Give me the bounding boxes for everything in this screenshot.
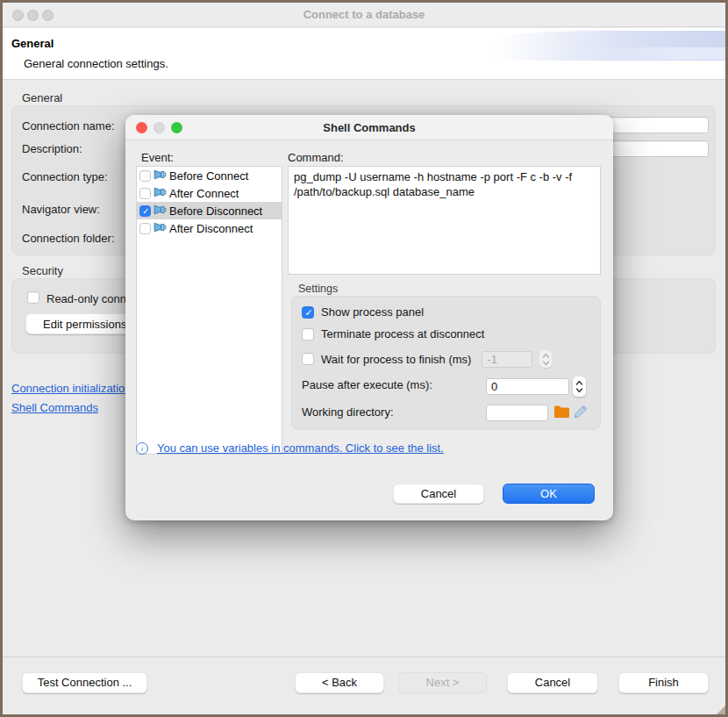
- event-row-label: After Disconnect: [169, 222, 253, 235]
- resize-grip[interactable]: [717, 706, 725, 714]
- megaphone-icon: [153, 204, 167, 219]
- connection-folder-label: Connection folder:: [22, 232, 115, 245]
- info-icon: i: [136, 442, 148, 455]
- pause-after-execute-label: Pause after execute (ms):: [302, 378, 432, 391]
- event-row-after-connect[interactable]: After Connect: [137, 184, 282, 202]
- shell-commands-link[interactable]: Shell Commands: [11, 401, 98, 414]
- event-checkbox[interactable]: [139, 223, 151, 234]
- event-checkbox[interactable]: [139, 188, 151, 199]
- event-row-label: After Connect: [169, 187, 239, 200]
- event-checkbox[interactable]: [139, 170, 151, 182]
- megaphone-icon: [153, 168, 167, 183]
- next-button: Next >: [398, 672, 487, 693]
- cancel-button[interactable]: Cancel: [507, 672, 598, 693]
- main-titlebar: Connect to a database: [3, 3, 725, 27]
- test-connection-button[interactable]: Test Connection ...: [22, 672, 147, 693]
- edit-path-icon[interactable]: [574, 404, 589, 421]
- event-list[interactable]: Before Connect After Connect Before Disc…: [136, 166, 282, 455]
- command-label: Command:: [288, 151, 344, 164]
- working-directory-input[interactable]: [486, 405, 548, 421]
- wait-for-process-input: [482, 351, 532, 368]
- wait-for-process-stepper: [539, 350, 552, 368]
- description-label: Description:: [22, 142, 82, 155]
- event-checkbox[interactable]: [139, 205, 151, 217]
- connection-name-label: Connection name:: [22, 119, 115, 133]
- dialog-titlebar: Shell Commands: [125, 115, 613, 140]
- navigator-view-label: Navigator view:: [22, 203, 100, 216]
- dialog-cancel-button[interactable]: Cancel: [393, 484, 484, 504]
- header-decoration: [524, 47, 725, 60]
- security-group-label: Security: [22, 264, 63, 277]
- megaphone-icon: [153, 221, 167, 236]
- event-label: Event:: [141, 151, 174, 164]
- window-title: Connect to a database: [3, 8, 725, 21]
- pause-after-execute-stepper[interactable]: [573, 376, 586, 397]
- command-textarea[interactable]: pg_dump -U username -h hostname -p port …: [288, 166, 601, 275]
- show-process-panel-checkbox[interactable]: [302, 306, 314, 319]
- back-button[interactable]: < Back: [295, 672, 384, 693]
- terminate-process-checkbox[interactable]: [302, 328, 314, 341]
- connection-initialization-link[interactable]: Connection initialization: [11, 382, 132, 395]
- general-group-label: General: [22, 91, 62, 104]
- variables-info-link[interactable]: You can use variables in commands. Click…: [157, 441, 444, 455]
- dialog-ok-button[interactable]: OK: [503, 484, 595, 504]
- wait-for-process-checkbox[interactable]: [302, 353, 314, 365]
- event-row-after-disconnect[interactable]: After Disconnect: [137, 219, 282, 237]
- readonly-connection-checkbox[interactable]: [27, 291, 39, 304]
- event-row-before-connect[interactable]: Before Connect: [137, 167, 282, 184]
- app-window: Connect to a database General General co…: [0, 0, 728, 717]
- terminate-process-label: Terminate process at disconnect: [321, 327, 484, 341]
- browse-folder-icon[interactable]: [553, 405, 570, 421]
- event-row-label: Before Disconnect: [169, 204, 262, 218]
- pause-after-execute-input[interactable]: [486, 378, 569, 395]
- wizard-header: General General connection settings.: [3, 28, 725, 80]
- settings-group-label: Settings: [298, 283, 338, 295]
- connection-type-label: Connection type:: [22, 170, 108, 183]
- working-directory-label: Working directory:: [302, 405, 394, 419]
- finish-button[interactable]: Finish: [618, 672, 709, 693]
- dialog-title: Shell Commands: [125, 121, 613, 134]
- page-subtitle: General connection settings.: [24, 57, 168, 70]
- wait-for-process-label: Wait for process to finish (ms): [321, 353, 471, 366]
- event-row-before-disconnect[interactable]: Before Disconnect: [137, 202, 282, 219]
- shell-commands-dialog: Shell Commands Event: Command: Before Co…: [125, 115, 613, 520]
- event-row-label: Before Connect: [169, 169, 248, 183]
- page-title: General: [11, 37, 54, 50]
- show-process-panel-label: Show process panel: [321, 305, 424, 319]
- megaphone-icon: [153, 186, 167, 201]
- wizard-footer: Test Connection ... < Back Next > Cancel…: [3, 656, 725, 714]
